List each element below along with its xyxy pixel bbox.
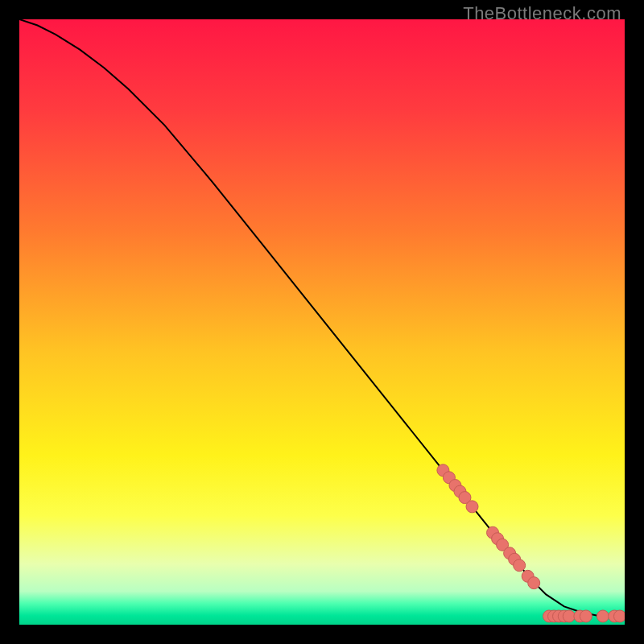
data-marker	[597, 610, 609, 622]
gradient-background	[19, 19, 625, 625]
data-marker	[580, 610, 592, 622]
data-marker	[514, 559, 526, 572]
data-marker	[528, 577, 540, 589]
data-marker	[613, 610, 625, 622]
data-marker	[466, 501, 478, 513]
plot-area	[19, 19, 625, 625]
chart-svg	[19, 19, 625, 625]
data-marker	[563, 610, 575, 622]
chart-frame: TheBottleneck.com	[0, 0, 644, 644]
